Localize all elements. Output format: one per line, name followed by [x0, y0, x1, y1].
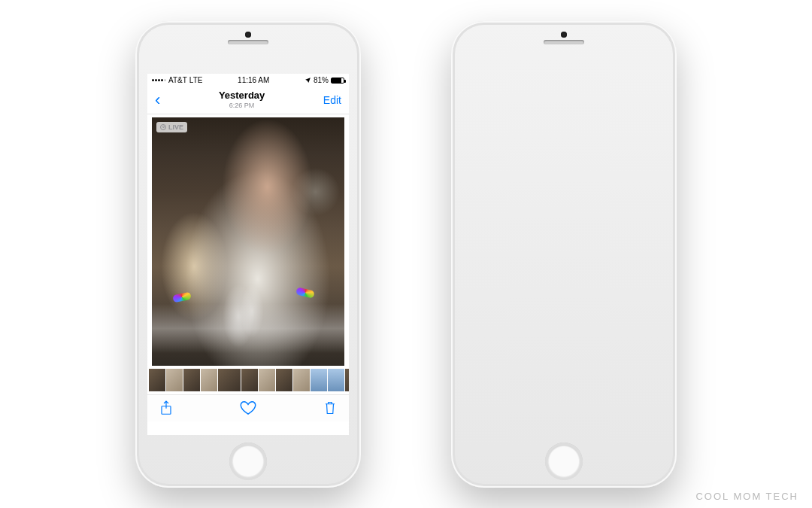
phone-speaker: [544, 40, 584, 44]
thumbnail[interactable]: [183, 369, 200, 391]
status-time: 11:16 AM: [238, 76, 269, 84]
status-bar: AT&T LTE 11:16 AM 81%: [147, 74, 349, 87]
phone-camera-dot: [245, 32, 251, 38]
signal-strength-icon: [152, 79, 166, 81]
photo-viewer[interactable]: LIVE: [152, 117, 344, 366]
network-label: LTE: [189, 76, 203, 84]
thumbnail[interactable]: [166, 369, 183, 391]
nav-title-text: Yesterday: [219, 90, 265, 102]
thumbnail[interactable]: [276, 369, 292, 391]
location-services-icon: [304, 77, 311, 84]
thumbnail-selected[interactable]: [218, 369, 241, 391]
share-button[interactable]: [159, 400, 173, 416]
phone-camera-dot: [561, 32, 567, 38]
nav-subtitle: 6:26 PM: [219, 102, 265, 109]
thumbnail[interactable]: [259, 369, 275, 391]
battery-pct: 81%: [314, 76, 329, 84]
edit-button[interactable]: Edit: [323, 94, 341, 106]
nav-title: Yesterday 6:26 PM: [219, 90, 265, 109]
phone-speaker: [228, 40, 268, 44]
photo-content: [152, 117, 344, 366]
live-label: LIVE: [168, 123, 183, 131]
nav-bar: ‹ Yesterday 6:26 PM Edit: [147, 87, 349, 114]
trash-button[interactable]: [323, 400, 337, 415]
home-button[interactable]: [229, 443, 267, 480]
live-photo-badge: LIVE: [156, 122, 187, 132]
thumbnail[interactable]: [149, 369, 165, 391]
thumbnail[interactable]: [293, 369, 310, 391]
favorite-button[interactable]: [240, 400, 256, 415]
back-button[interactable]: ‹: [155, 92, 160, 108]
thumbnail[interactable]: [241, 369, 258, 391]
thumbnail[interactable]: [201, 369, 217, 391]
phone-right: × Aa BOOMERANG: [451, 21, 677, 488]
home-button[interactable]: [545, 443, 583, 480]
bottom-toolbar: [147, 394, 349, 421]
watermark: COOL MOM TECH: [695, 491, 798, 502]
screen-photos-app: AT&T LTE 11:16 AM 81% ‹ Yesterday 6:26 P…: [147, 74, 349, 435]
live-icon: [160, 124, 166, 130]
thumbnail[interactable]: [328, 369, 344, 391]
thumbnail-strip[interactable]: [147, 366, 349, 394]
battery-icon: [331, 78, 344, 84]
thumbnail[interactable]: [345, 369, 349, 391]
carrier-label: AT&T: [168, 76, 187, 84]
phone-left: AT&T LTE 11:16 AM 81% ‹ Yesterday 6:26 P…: [135, 21, 361, 488]
thumbnail[interactable]: [311, 369, 327, 391]
